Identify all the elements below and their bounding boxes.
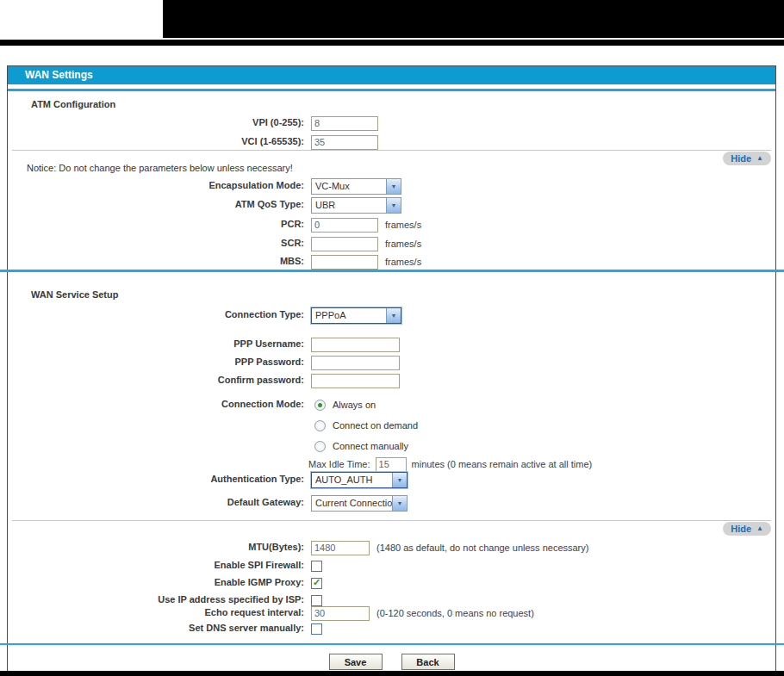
bottom-bar (0, 671, 784, 676)
title-underline (8, 89, 775, 91)
scr-unit: frames/s (385, 239, 421, 249)
pcr-input[interactable] (311, 218, 378, 233)
ppp-password-row: PPP Password: (8, 354, 775, 371)
pcr-unit: frames/s (385, 220, 421, 230)
banner-underline (0, 40, 784, 46)
chevron-down-icon: ▼ (386, 179, 401, 194)
mbs-input[interactable] (311, 255, 378, 270)
encapsulation-row: Encapsulation Mode: VC-Mux ▼ (8, 177, 775, 195)
always-on-label: Always on (333, 400, 376, 410)
dns-manual-checkbox[interactable] (311, 623, 322, 635)
confirm-password-row: Confirm password: (8, 372, 775, 389)
connect-manually-row: Connect manually (8, 437, 775, 455)
default-gateway-row: Default Gateway: Current Connection ▼ (8, 494, 775, 512)
authentication-label: Authentication Type: (8, 474, 304, 484)
settings-panel: WAN Settings ATM Configuration VPI (0-25… (7, 65, 776, 673)
page-title: WAN Settings (8, 66, 775, 84)
connection-type-row: Connection Type: PPPoA ▼ (8, 307, 775, 324)
chevron-down-icon: ▼ (392, 473, 407, 487)
max-idle-hint: minutes (0 means remain active at all ti… (412, 459, 593, 469)
mbs-unit: frames/s (385, 257, 421, 267)
atm-section-heading: ATM Configuration (31, 99, 115, 109)
mtu-input[interactable] (311, 541, 370, 555)
echo-interval-row: Echo request interval: (0-120 seconds, 0… (8, 605, 775, 622)
vpi-label: VPI (0-255): (8, 117, 304, 127)
spi-firewall-row: Enable SPI Firewall: (8, 557, 775, 574)
isp-ip-label: Use IP address specified by ISP: (8, 594, 304, 605)
mbs-row: MBS: frames/s (8, 253, 775, 270)
encapsulation-select[interactable]: VC-Mux ▼ (311, 178, 401, 195)
ppp-password-label: PPP Password: (8, 357, 304, 367)
top-banner (163, 0, 784, 38)
encapsulation-label: Encapsulation Mode: (8, 180, 304, 190)
pcr-row: PCR: frames/s (8, 216, 775, 233)
ppp-password-input[interactable] (311, 356, 400, 370)
dns-manual-label: Set DNS server manually: (8, 623, 304, 633)
vpi-input[interactable] (311, 116, 378, 131)
vci-input[interactable] (311, 135, 378, 150)
qos-row: ATM QoS Type: UBR ▼ (8, 196, 775, 214)
scr-row: SCR: frames/s (8, 235, 775, 252)
collapse-up-icon: ▲ (756, 155, 763, 162)
vci-label: VCI (1-65535): (8, 136, 304, 146)
connect-manually-radio[interactable] (314, 441, 326, 452)
igmp-proxy-label: Enable IGMP Proxy: (8, 577, 304, 587)
mtu-row: MTU(Bytes): (1480 as default, do not cha… (8, 539, 775, 556)
echo-interval-label: Echo request interval: (8, 607, 304, 617)
vci-row: VCI (1-65535): (8, 133, 775, 151)
ppp-username-row: PPP Username: (8, 336, 775, 353)
connection-type-select[interactable]: PPPoA ▼ (311, 307, 401, 324)
collapse-up-icon: ▲ (756, 525, 763, 532)
scr-input[interactable] (311, 237, 378, 251)
max-idle-label: Max Idle Time: (308, 459, 370, 469)
connect-on-demand-radio[interactable] (314, 420, 326, 431)
dns-manual-row: Set DNS server manually: (8, 620, 775, 637)
default-gateway-select[interactable]: Current Connection ▼ (311, 495, 408, 512)
igmp-proxy-row: Enable IGMP Proxy: (8, 574, 775, 592)
wan-settings-page: WAN Settings ATM Configuration VPI (0-25… (0, 0, 784, 676)
ppp-username-input[interactable] (311, 338, 400, 352)
scr-label: SCR: (8, 238, 304, 248)
echo-interval-hint: (0-120 seconds, 0 means no request) (376, 608, 534, 618)
connect-on-demand-label: Connect on demand (333, 420, 418, 431)
wan-section-heading: WAN Service Setup (31, 289, 118, 300)
separator (12, 520, 771, 521)
max-idle-input[interactable] (376, 457, 407, 472)
notice-text: Notice: Do not change the parameters bel… (27, 163, 293, 173)
echo-interval-input[interactable] (311, 606, 370, 621)
separator (12, 150, 771, 151)
footer-divider-line (0, 643, 784, 645)
qos-label: ATM QoS Type: (8, 199, 304, 209)
hide-advanced-button[interactable]: Hide ▲ (723, 522, 771, 536)
spi-firewall-label: Enable SPI Firewall: (8, 560, 304, 570)
hide-atm-button[interactable]: Hide ▲ (723, 152, 771, 165)
mtu-label: MTU(Bytes): (8, 542, 304, 552)
chevron-down-icon: ▼ (392, 496, 407, 511)
igmp-proxy-checkbox[interactable] (311, 578, 322, 589)
confirm-password-label: Confirm password: (8, 375, 304, 385)
qos-select[interactable]: UBR ▼ (311, 197, 401, 214)
authentication-select[interactable]: AUTO_AUTH ▼ (311, 472, 408, 488)
connection-mode-label: Connection Mode: (8, 399, 304, 409)
mbs-label: MBS: (8, 256, 304, 266)
spi-firewall-checkbox[interactable] (311, 561, 322, 572)
section-divider-line (0, 270, 784, 272)
always-on-radio[interactable] (314, 400, 326, 411)
connection-mode-row: Connection Mode: Always on (8, 396, 775, 413)
save-button[interactable]: Save (329, 654, 383, 670)
back-button[interactable]: Back (401, 654, 455, 670)
vpi-row: VPI (0-255): (8, 115, 775, 132)
chevron-down-icon: ▼ (386, 198, 401, 213)
mtu-hint: (1480 as default, do not change unless n… (376, 543, 588, 553)
default-gateway-label: Default Gateway: (8, 497, 304, 507)
connect-manually-label: Connect manually (333, 441, 408, 451)
ppp-username-label: PPP Username: (8, 338, 304, 349)
action-buttons: Save Back (8, 654, 775, 670)
authentication-row: Authentication Type: AUTO_AUTH ▼ (8, 471, 775, 488)
connection-type-label: Connection Type: (8, 309, 304, 319)
chevron-down-icon: ▼ (386, 308, 401, 323)
connect-on-demand-row: Connect on demand (8, 417, 775, 434)
pcr-label: PCR: (8, 219, 304, 229)
max-idle-row: Max Idle Time: minutes (0 means remain a… (8, 456, 775, 473)
confirm-password-input[interactable] (311, 374, 400, 388)
